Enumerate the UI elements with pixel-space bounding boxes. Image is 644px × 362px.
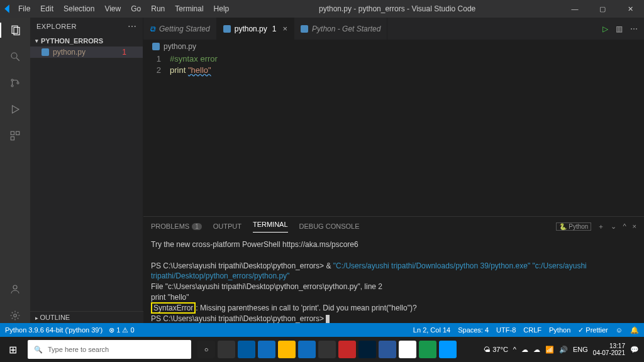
code-line-2-string: "hello"	[188, 65, 211, 75]
line-gutter: 1 2	[143, 53, 170, 216]
terminal-selector[interactable]: 🐍Python	[556, 222, 591, 231]
account-icon[interactable]	[8, 282, 23, 297]
source-control-icon[interactable]	[8, 75, 23, 90]
python-file-icon	[223, 25, 231, 33]
close-window-button[interactable]: ✕	[616, 0, 644, 18]
panel-tab-debug[interactable]: DEBUG CONSOLE	[299, 222, 360, 230]
taskbar-search[interactable]: 🔍 Type here to search	[28, 340, 191, 359]
terminal-line: Try the new cross-platform PowerShell ht…	[151, 239, 636, 250]
app-icon[interactable]	[399, 341, 416, 358]
status-problems[interactable]: ⊗ 1 ⚠ 0	[109, 326, 134, 334]
menu-selection[interactable]: Selection	[59, 2, 99, 16]
python-file-icon	[42, 48, 49, 56]
menu-run[interactable]: Run	[147, 2, 169, 16]
svg-point-11	[14, 314, 17, 317]
code-editor[interactable]: 1 2 #syntax error print "hello"	[143, 53, 644, 216]
code-line-1: #syntax error	[170, 54, 218, 63]
menu-file[interactable]: File	[14, 2, 35, 16]
tray-onedrive-icon[interactable]: ☁	[533, 346, 540, 354]
maximize-button[interactable]: ▢	[589, 0, 616, 18]
vscode-icon: ⧉	[150, 25, 155, 33]
terminal-prompt: PS C:\Users\ayushi tripathi\Desktop\pyth…	[151, 314, 636, 323]
tray-chevron-icon[interactable]: ^	[513, 346, 516, 353]
menu-edit[interactable]: Edit	[36, 2, 58, 16]
activity-bar	[0, 18, 30, 323]
run-code-icon[interactable]: ▷	[602, 25, 608, 33]
outline-section[interactable]: OUTLINE	[30, 311, 143, 323]
panel-tab-output[interactable]: OUTPUT	[213, 222, 242, 230]
search-placeholder: Type here to search	[48, 346, 109, 353]
cortana-icon[interactable]: ○	[197, 341, 215, 358]
system-tray: 🌤 37°C ^ ☁ ☁ 📶 🔊 ENG 13:1704-07-2021 💬	[484, 343, 644, 356]
close-tab-icon[interactable]: ×	[282, 24, 287, 33]
file-name: python.py	[53, 48, 86, 57]
tray-language[interactable]: ENG	[573, 346, 588, 353]
app-icon[interactable]	[439, 341, 457, 358]
tray-clock[interactable]: 13:1704-07-2021	[593, 343, 625, 356]
tab-python-get-started[interactable]: Python - Get Started	[294, 18, 387, 40]
tray-notifications-icon[interactable]: 💬	[630, 346, 639, 354]
search-icon: 🔍	[34, 346, 43, 354]
app-icon[interactable]	[278, 341, 296, 358]
minimize-button[interactable]: —	[561, 0, 589, 18]
app-icon[interactable]	[238, 341, 255, 358]
app-icon[interactable]	[258, 341, 275, 358]
windows-taskbar: ⊞ 🔍 Type here to search ○ 🌤 37°C ^ ☁ ☁ 📶…	[0, 337, 644, 362]
start-button[interactable]: ⊞	[0, 337, 25, 362]
menu-help[interactable]: Help	[209, 2, 234, 16]
syntax-error-highlight: SyntaxError	[151, 302, 196, 314]
panel-tab-terminal[interactable]: TERMINAL	[253, 221, 288, 233]
status-eol[interactable]: CRLF	[523, 326, 541, 334]
close-panel-icon[interactable]: ×	[633, 222, 636, 230]
menu-view[interactable]: View	[100, 2, 125, 16]
terminal-dropdown-icon[interactable]: ⌄	[611, 222, 616, 231]
taskview-icon[interactable]	[218, 341, 235, 358]
status-indent[interactable]: Spaces: 4	[458, 326, 489, 334]
app-icon[interactable]	[318, 341, 336, 358]
status-python-interpreter[interactable]: Python 3.9.6 64-bit ('python 39')	[5, 326, 103, 334]
maximize-panel-icon[interactable]: ^	[623, 222, 626, 230]
status-notifications-icon[interactable]: 🔔	[630, 326, 639, 334]
new-terminal-icon[interactable]: ＋	[597, 222, 604, 231]
code-line-2-keyword: print	[170, 65, 186, 75]
app-icon[interactable]	[419, 341, 436, 358]
explorer-more-icon[interactable]: ⋯	[128, 21, 137, 31]
more-icon[interactable]: ⋯	[630, 25, 638, 33]
tab-label: Getting Started	[159, 25, 210, 33]
menu-terminal[interactable]: Terminal	[170, 2, 208, 16]
menu-go[interactable]: Go	[126, 2, 145, 16]
app-icon[interactable]	[338, 341, 356, 358]
status-prettier[interactable]: ✓ Prettier	[578, 326, 608, 334]
menu-bar: File Edit Selection View Go Run Terminal…	[14, 2, 233, 16]
file-item[interactable]: python.py 1	[30, 47, 143, 58]
panel-tab-problems[interactable]: PROBLEMS1	[151, 222, 202, 230]
tray-cloud-icon[interactable]: ☁	[521, 346, 528, 354]
explorer-title: EXPLORER	[36, 23, 77, 30]
svg-point-4	[11, 79, 13, 81]
search-icon[interactable]	[8, 49, 23, 64]
svg-point-2	[11, 53, 17, 58]
editor-area: ⧉ Getting Started python.py 1 × Python -…	[143, 18, 644, 323]
tab-python-py[interactable]: python.py 1 ×	[217, 18, 294, 40]
split-editor-icon[interactable]: ▥	[616, 25, 623, 33]
folder-header[interactable]: PYTHON_ERRORS	[30, 35, 143, 47]
status-feedback-icon[interactable]: ☺	[616, 326, 623, 334]
run-debug-icon[interactable]	[8, 102, 23, 117]
tab-getting-started[interactable]: ⧉ Getting Started	[143, 18, 217, 40]
tray-wifi-icon[interactable]: 📶	[545, 346, 554, 354]
settings-icon[interactable]	[8, 308, 23, 323]
app-icon[interactable]	[379, 341, 396, 358]
terminal-body[interactable]: Try the new cross-platform PowerShell ht…	[143, 236, 644, 323]
explorer-icon[interactable]	[0, 23, 30, 38]
terminal-line: print "hello"	[151, 292, 636, 303]
svg-line-3	[16, 58, 19, 61]
weather-widget[interactable]: 🌤 37°C	[484, 346, 508, 353]
status-cursor-pos[interactable]: Ln 2, Col 14	[413, 326, 450, 334]
status-encoding[interactable]: UTF-8	[496, 326, 516, 334]
app-icon[interactable]	[298, 341, 316, 358]
extensions-icon[interactable]	[8, 128, 23, 143]
tray-volume-icon[interactable]: 🔊	[559, 346, 568, 354]
breadcrumb[interactable]: python.py	[143, 40, 644, 53]
status-language[interactable]: Python	[549, 326, 570, 334]
app-icon[interactable]	[358, 341, 376, 358]
